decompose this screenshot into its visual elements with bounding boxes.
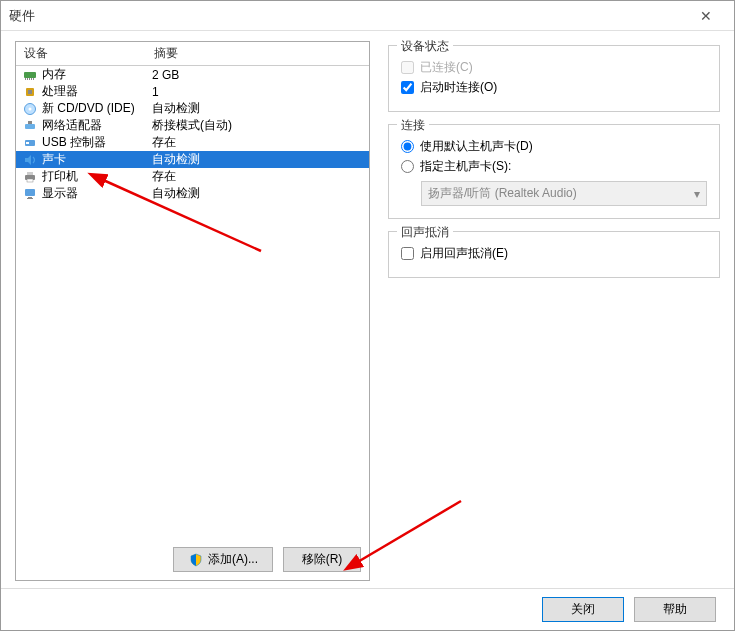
display-icon [22, 186, 38, 202]
device-row[interactable]: 处理器1 [16, 83, 369, 100]
svg-rect-17 [25, 189, 35, 196]
device-row[interactable]: 内存2 GB [16, 66, 369, 83]
device-name: 声卡 [42, 151, 66, 168]
svg-rect-18 [28, 197, 32, 198]
device-row[interactable]: 新 CD/DVD (IDE)自动检测 [16, 100, 369, 117]
svg-rect-10 [25, 124, 35, 129]
device-name: 新 CD/DVD (IDE) [42, 100, 135, 117]
group-connection-title: 连接 [397, 117, 429, 134]
row-connected: 已连接(C) [401, 59, 707, 76]
device-row[interactable]: USB 控制器存在 [16, 134, 369, 151]
group-connection: 连接 使用默认主机声卡(D) 指定主机声卡(S): 扬声器/听筒 (Realte… [388, 124, 720, 219]
svg-rect-3 [29, 78, 30, 80]
panel-buttons: 添加(A)... 移除(R) [173, 547, 361, 572]
add-button[interactable]: 添加(A)... [173, 547, 273, 572]
window-title: 硬件 [9, 7, 686, 25]
device-summary: 存在 [146, 168, 369, 185]
titlebar: 硬件 ✕ [1, 1, 734, 31]
svg-rect-7 [28, 90, 32, 94]
svg-rect-4 [31, 78, 32, 80]
settings-panel: 设备状态 已连接(C) 启动时连接(O) 连接 使用默认主机声卡(D) 指定主机… [388, 41, 720, 578]
svg-rect-1 [25, 78, 26, 80]
close-button[interactable]: 关闭 [542, 597, 624, 622]
row-connect-start[interactable]: 启动时连接(O) [401, 79, 707, 96]
remove-label: 移除(R) [302, 551, 343, 568]
label-connect-start: 启动时连接(O) [420, 79, 497, 96]
device-summary: 自动检测 [146, 100, 369, 117]
group-echo: 回声抵消 启用回声抵消(E) [388, 231, 720, 278]
content-area: 设备 摘要 内存2 GB处理器1新 CD/DVD (IDE)自动检测网络适配器桥… [1, 31, 734, 588]
col-device: 设备 [16, 42, 146, 65]
svg-rect-0 [24, 72, 36, 78]
sound-icon [22, 152, 38, 168]
device-summary: 存在 [146, 134, 369, 151]
svg-rect-11 [28, 121, 32, 124]
label-specify: 指定主机声卡(S): [420, 158, 511, 175]
svg-rect-13 [26, 142, 29, 144]
checkbox-connect-start[interactable] [401, 81, 414, 94]
close-icon[interactable]: ✕ [686, 8, 726, 24]
device-name: USB 控制器 [42, 134, 106, 151]
cpu-icon [22, 84, 38, 100]
group-status: 设备状态 已连接(C) 启动时连接(O) [388, 45, 720, 112]
device-summary: 桥接模式(自动) [146, 117, 369, 134]
row-specify[interactable]: 指定主机声卡(S): [401, 158, 707, 175]
chevron-down-icon: ▾ [694, 187, 700, 201]
svg-rect-16 [27, 179, 33, 182]
svg-point-9 [29, 107, 32, 110]
network-icon [22, 118, 38, 134]
help-button[interactable]: 帮助 [634, 597, 716, 622]
disc-icon [22, 101, 38, 117]
checkbox-connected [401, 61, 414, 74]
device-summary: 自动检测 [146, 151, 369, 168]
row-echo[interactable]: 启用回声抵消(E) [401, 245, 707, 262]
shield-icon [188, 552, 204, 568]
col-summary: 摘要 [146, 42, 369, 65]
label-connected: 已连接(C) [420, 59, 473, 76]
device-name: 打印机 [42, 168, 78, 185]
svg-rect-2 [27, 78, 28, 80]
usb-icon [22, 135, 38, 151]
device-row[interactable]: 声卡自动检测 [16, 151, 369, 168]
row-use-default[interactable]: 使用默认主机声卡(D) [401, 138, 707, 155]
memory-icon [22, 67, 38, 83]
device-summary: 1 [146, 85, 369, 99]
soundcard-select: 扬声器/听筒 (Realtek Audio) ▾ [421, 181, 707, 206]
radio-use-default[interactable] [401, 140, 414, 153]
soundcard-value: 扬声器/听筒 (Realtek Audio) [428, 185, 577, 202]
add-label: 添加(A)... [208, 551, 258, 568]
svg-rect-15 [27, 172, 33, 175]
radio-specify[interactable] [401, 160, 414, 173]
device-row[interactable]: 打印机存在 [16, 168, 369, 185]
device-summary: 2 GB [146, 68, 369, 82]
group-status-title: 设备状态 [397, 38, 453, 55]
device-row[interactable]: 显示器自动检测 [16, 185, 369, 202]
label-echo: 启用回声抵消(E) [420, 245, 508, 262]
group-echo-title: 回声抵消 [397, 224, 453, 241]
device-list: 内存2 GB处理器1新 CD/DVD (IDE)自动检测网络适配器桥接模式(自动… [16, 66, 369, 202]
checkbox-echo[interactable] [401, 247, 414, 260]
remove-button[interactable]: 移除(R) [283, 547, 361, 572]
device-name: 内存 [42, 66, 66, 83]
device-name: 显示器 [42, 185, 78, 202]
svg-rect-5 [33, 78, 34, 80]
bottom-bar: 关闭 帮助 [1, 588, 734, 630]
device-panel: 设备 摘要 内存2 GB处理器1新 CD/DVD (IDE)自动检测网络适配器桥… [15, 41, 370, 581]
printer-icon [22, 169, 38, 185]
device-name: 处理器 [42, 83, 78, 100]
device-header: 设备 摘要 [16, 42, 369, 66]
device-row[interactable]: 网络适配器桥接模式(自动) [16, 117, 369, 134]
device-summary: 自动检测 [146, 185, 369, 202]
label-use-default: 使用默认主机声卡(D) [420, 138, 533, 155]
device-name: 网络适配器 [42, 117, 102, 134]
svg-rect-19 [27, 198, 33, 199]
